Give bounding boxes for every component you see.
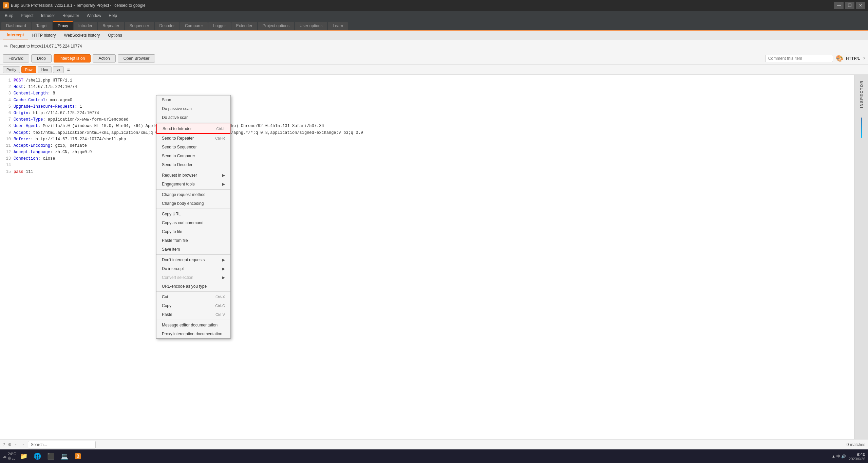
drop-button[interactable]: Drop: [31, 54, 52, 63]
line-content: Origin: http://114.67.175.224:10774: [14, 110, 99, 117]
clock-time: 8:40: [849, 452, 865, 457]
tab-logger[interactable]: Logger: [208, 22, 230, 30]
tab-learn[interactable]: Learn: [328, 22, 348, 30]
view-raw-button[interactable]: Raw: [21, 66, 36, 73]
menu-burp[interactable]: Burp: [1, 12, 17, 19]
tab-user-options[interactable]: User options: [295, 22, 327, 30]
protocol-label: HTTP/1: [846, 56, 860, 61]
line-number: 1: [4, 77, 11, 84]
request-line: 15pass=111: [4, 169, 850, 175]
bottom-settings-icon[interactable]: ⚙: [8, 442, 12, 447]
menu-intruder[interactable]: Intruder: [38, 12, 58, 19]
bottom-forward-icon[interactable]: →: [21, 442, 25, 447]
color-picker-icon[interactable]: 🎨: [836, 55, 843, 62]
ctx-request-in-browser[interactable]: Request in browser ▶: [156, 171, 230, 180]
forward-button[interactable]: Forward: [3, 54, 29, 63]
ctx-change-request-method[interactable]: Change request method: [156, 190, 230, 199]
tab-dashboard[interactable]: Dashboard: [1, 22, 31, 30]
bottom-help-icon[interactable]: ?: [3, 442, 5, 447]
taskbar-browser[interactable]: 🌐: [31, 450, 43, 462]
view-hex-button[interactable]: Hex: [38, 66, 52, 73]
minimize-button[interactable]: —: [834, 2, 844, 9]
tab-repeater[interactable]: Repeater: [98, 22, 124, 30]
subtab-intercept[interactable]: Intercept: [3, 31, 28, 39]
ctx-send-to-intruder[interactable]: Send to Intruder Ctrl-I: [156, 124, 230, 134]
menu-repeater[interactable]: Repeater: [59, 12, 82, 19]
action-button[interactable]: Action: [93, 54, 115, 63]
open-browser-button[interactable]: Open Browser: [118, 54, 155, 63]
tab-extender[interactable]: Extender: [231, 22, 257, 30]
ctx-send-to-decoder[interactable]: Send to Decoder: [156, 160, 230, 169]
subtab-options[interactable]: Options: [104, 32, 126, 39]
line-content: Accept-Encoding: gzip, deflate: [14, 143, 87, 149]
menu-help[interactable]: Help: [105, 12, 120, 19]
ctx-do-passive-scan[interactable]: Do passive scan: [156, 104, 230, 113]
ctx-engagement-tools[interactable]: Engagement tools ▶: [156, 180, 230, 189]
ctx-dont-intercept[interactable]: Don't intercept requests ▶: [156, 255, 230, 264]
subtab-websockets-history[interactable]: WebSockets history: [60, 32, 104, 39]
action-bar: Forward Drop Intercept is on Action Open…: [0, 52, 868, 65]
tab-intruder[interactable]: Intruder: [74, 22, 97, 30]
subtab-http-history[interactable]: HTTP history: [28, 32, 60, 39]
tab-target[interactable]: Target: [32, 22, 52, 30]
line-number: 9: [4, 130, 11, 136]
help-icon[interactable]: ?: [863, 56, 865, 61]
tab-sequencer[interactable]: Sequencer: [125, 22, 154, 30]
line-number: 3: [4, 90, 11, 97]
title-bar: B Burp Suite Professional v2021.8.1 - Te…: [0, 0, 868, 11]
line-number: 2: [4, 84, 11, 90]
taskbar-terminal[interactable]: ⬛: [45, 450, 57, 462]
ctx-send-to-repeater[interactable]: Send to Repeater Ctrl-R: [156, 134, 230, 143]
comment-input[interactable]: [765, 55, 833, 62]
line-number: 13: [4, 156, 11, 162]
menu-project[interactable]: Project: [17, 12, 37, 19]
ctx-do-intercept[interactable]: Do intercept ▶: [156, 264, 230, 273]
ctx-paste[interactable]: Paste Ctrl-V: [156, 310, 230, 319]
bottom-search-bar: ? ⚙ ← → 0 matches: [0, 439, 868, 449]
inspector-panel: INSPECTOR: [854, 75, 868, 463]
lines-menu-icon[interactable]: ≡: [65, 66, 72, 73]
view-ln-button[interactable]: \n: [53, 66, 63, 73]
view-pretty-button[interactable]: Pretty: [3, 66, 20, 73]
close-button[interactable]: ✕: [856, 2, 865, 9]
ctx-scan[interactable]: Scan: [156, 95, 230, 104]
ctx-sep-6: [156, 291, 230, 292]
taskbar-file-manager[interactable]: 📁: [18, 450, 30, 462]
taskbar-code[interactable]: 💻: [58, 450, 71, 462]
ctx-url-encode[interactable]: URL-encode as you type: [156, 282, 230, 291]
menu-window[interactable]: Window: [83, 12, 105, 19]
ctx-do-active-scan[interactable]: Do active scan: [156, 113, 230, 122]
ctx-send-to-sequencer[interactable]: Send to Sequencer: [156, 143, 230, 152]
ctx-sep-5: [156, 254, 230, 255]
line-content: Cache-Control: max-age=0: [14, 97, 72, 104]
inspector-label[interactable]: INSPECTOR: [860, 77, 864, 111]
ctx-convert-selection[interactable]: Convert selection ▶: [156, 273, 230, 282]
ctx-change-body-encoding[interactable]: Change body encoding: [156, 199, 230, 208]
request-url: Request to http://114.67.175.224:10774: [10, 44, 82, 49]
ctx-paste-from-file[interactable]: Paste from file: [156, 236, 230, 245]
browser-icon: 🌐: [34, 452, 41, 460]
tab-proxy[interactable]: Proxy: [53, 21, 73, 30]
ctx-cut[interactable]: Cut Ctrl-X: [156, 292, 230, 301]
line-number: 14: [4, 162, 11, 168]
tab-comparer[interactable]: Comparer: [180, 22, 208, 30]
system-tray: ▲ 中 🔊 8:40 2023/6/26: [832, 452, 865, 461]
request-editor[interactable]: 1POST /shell.php HTTP/1.12Host: 114.67.1…: [0, 75, 854, 463]
ctx-copy-url[interactable]: Copy URL: [156, 210, 230, 218]
ctx-sep-2: [156, 170, 230, 170]
ctx-copy[interactable]: Copy Ctrl-C: [156, 301, 230, 310]
ctx-proxy-interception-doc[interactable]: Proxy interception documentation: [156, 330, 230, 338]
ctx-send-to-comparer[interactable]: Send to Comparer: [156, 152, 230, 160]
request-line: 4Cache-Control: max-age=0: [4, 97, 850, 104]
bottom-back-icon[interactable]: ←: [14, 442, 18, 447]
taskbar-burp[interactable]: B: [72, 450, 84, 462]
tab-decoder[interactable]: Decoder: [155, 22, 180, 30]
ctx-copy-to-file[interactable]: Copy to file: [156, 227, 230, 236]
tab-project-options[interactable]: Project options: [258, 22, 294, 30]
intercept-on-button[interactable]: Intercept is on: [54, 54, 91, 63]
ctx-copy-as-curl[interactable]: Copy as curl command: [156, 218, 230, 227]
ctx-save-item[interactable]: Save item: [156, 245, 230, 254]
search-input[interactable]: [28, 441, 96, 448]
maximize-button[interactable]: ❐: [845, 2, 854, 9]
ctx-message-editor-doc[interactable]: Message editor documentation: [156, 321, 230, 330]
